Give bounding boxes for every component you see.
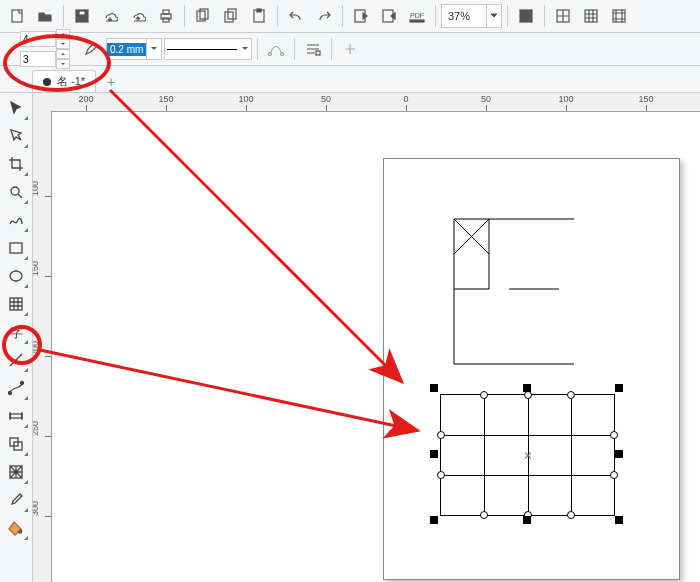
grid-icon: [583, 8, 599, 24]
separator: [184, 5, 185, 27]
undo-icon: [288, 8, 304, 24]
cloud-upload-button[interactable]: [125, 3, 151, 29]
import-button[interactable]: [348, 3, 374, 29]
svg-rect-26: [316, 51, 320, 55]
ruler-tick: 150: [638, 94, 653, 104]
resize-handle-ne[interactable]: [615, 384, 623, 392]
add-tab-button[interactable]: +: [100, 72, 122, 92]
cloud-download-icon: [102, 8, 118, 24]
eyedropper-tool[interactable]: [3, 487, 29, 513]
svg-rect-19: [613, 10, 625, 22]
cols-up[interactable]: [56, 49, 70, 59]
grid-options-button[interactable]: [606, 3, 632, 29]
connector-tool[interactable]: [3, 375, 29, 401]
outline-width-combo[interactable]: 0.2 mm: [106, 38, 162, 60]
pdf-button[interactable]: PDF: [404, 3, 430, 29]
edit-curve-button[interactable]: [263, 36, 289, 62]
ruler-tick: 200: [78, 94, 93, 104]
pick-tool[interactable]: [3, 95, 29, 121]
resize-handle-sw[interactable]: [430, 516, 438, 524]
resize-handle-s[interactable]: [523, 516, 531, 524]
ellipse-icon: [8, 268, 24, 284]
ruler-horizontal[interactable]: 200 150 100 50 0 50 100 150 200: [51, 93, 700, 112]
table-tool[interactable]: [3, 291, 29, 317]
add-button[interactable]: [337, 36, 363, 62]
document-page[interactable]: [383, 158, 680, 580]
chevron-up-icon: [60, 52, 66, 56]
svg-point-33: [21, 382, 24, 385]
drawn-shape[interactable]: [454, 219, 584, 366]
outline-width-value: 0.2 mm: [107, 43, 146, 56]
effects-tool[interactable]: [3, 431, 29, 457]
separator: [331, 38, 332, 60]
dimension-tool[interactable]: [3, 403, 29, 429]
toolbox: 字: [0, 93, 33, 582]
rows-down[interactable]: [56, 39, 70, 49]
svg-rect-15: [410, 20, 424, 22]
grid-button[interactable]: [578, 3, 604, 29]
rows-up[interactable]: [56, 29, 70, 39]
outline-pen-icon: [83, 41, 99, 57]
crop-tool[interactable]: [3, 151, 29, 177]
svg-text:PDF: PDF: [410, 12, 424, 19]
table-cols-spin[interactable]: [4, 50, 70, 68]
redo-button[interactable]: [311, 3, 337, 29]
svg-point-32: [9, 392, 12, 395]
text-options-button[interactable]: [300, 36, 326, 62]
zoom-level-combo[interactable]: 37%: [441, 4, 502, 28]
export-icon: [381, 8, 397, 24]
ruler-origin[interactable]: [33, 93, 52, 112]
svg-rect-9: [228, 9, 236, 19]
svg-rect-4: [163, 10, 169, 14]
chevron-down-icon: [60, 42, 66, 46]
chevron-up-icon: [60, 32, 66, 36]
ruler-tick: 100: [558, 94, 573, 104]
outline-width-dropdown[interactable]: [146, 39, 161, 59]
fill-tool[interactable]: [3, 515, 29, 541]
line-tool[interactable]: [3, 347, 29, 373]
shape-tool[interactable]: [3, 123, 29, 149]
print-button[interactable]: [153, 3, 179, 29]
zoom-dropdown-button[interactable]: [486, 5, 501, 27]
cut-button[interactable]: [190, 3, 216, 29]
cols-down[interactable]: [56, 59, 70, 69]
magnifier-icon: [8, 184, 24, 200]
resize-handle-nw[interactable]: [430, 384, 438, 392]
resize-handle-w[interactable]: [430, 450, 438, 458]
snap-grid-button[interactable]: [550, 3, 576, 29]
plus-icon: +: [107, 74, 115, 90]
copy-button[interactable]: [218, 3, 244, 29]
separator: [63, 5, 64, 27]
line-style-combo[interactable]: [164, 38, 252, 60]
export-button[interactable]: [376, 3, 402, 29]
pattern-tool[interactable]: [3, 459, 29, 485]
table-cols-input[interactable]: [20, 51, 56, 67]
open-button[interactable]: [32, 3, 58, 29]
svg-rect-8: [225, 12, 233, 22]
rectangle-tool[interactable]: [3, 235, 29, 261]
document-tab[interactable]: 名 -1*: [32, 70, 96, 92]
text-tool[interactable]: 字: [3, 319, 29, 345]
ruler-tick: 300: [33, 501, 40, 516]
resize-handle-e[interactable]: [615, 450, 623, 458]
resize-handle-se[interactable]: [615, 516, 623, 524]
line-style-preview: [167, 49, 237, 50]
freehand-tool[interactable]: [3, 207, 29, 233]
save-button[interactable]: [69, 3, 95, 29]
shape-edit-icon: [8, 128, 24, 144]
ellipse-tool[interactable]: [3, 263, 29, 289]
paste-button[interactable]: [246, 3, 272, 29]
document-tab-label: 名 -1*: [57, 74, 85, 89]
undo-button[interactable]: [283, 3, 309, 29]
outline-pen-button[interactable]: [78, 36, 104, 62]
table-rows-input[interactable]: [20, 31, 56, 47]
fullscreen-button[interactable]: [513, 3, 539, 29]
resize-handle-n[interactable]: [523, 384, 531, 392]
cloud-download-button[interactable]: [97, 3, 123, 29]
selected-table-object[interactable]: [440, 394, 613, 514]
zoom-tool[interactable]: [3, 179, 29, 205]
canvas[interactable]: 200 150 100 50 0 50 100 150 200 100 150 …: [33, 93, 700, 582]
cursor-icon: [8, 100, 24, 116]
chevron-down-icon: [150, 45, 158, 53]
ruler-vertical[interactable]: 100 150 200 250 300: [33, 111, 52, 582]
